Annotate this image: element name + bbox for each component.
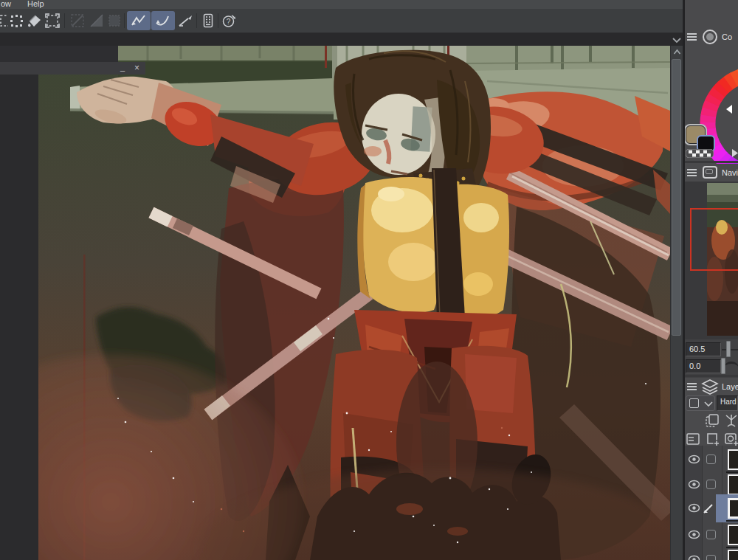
- zoom-slider-handle[interactable]: [726, 341, 731, 357]
- layer-thumbnail[interactable]: [728, 525, 738, 545]
- layer-property-button[interactable]: [686, 431, 702, 447]
- duplicate-layer-button[interactable]: [704, 412, 720, 429]
- layer-thumbnail[interactable]: [728, 474, 738, 495]
- panel-gap: [685, 375, 738, 377]
- fill-bucket-icon: [26, 12, 44, 30]
- layer-row[interactable]: [685, 472, 738, 497]
- close-button[interactable]: ×: [134, 63, 139, 73]
- layer-visibility-eye-icon[interactable]: [688, 503, 700, 513]
- navigator-viewport[interactable]: [685, 182, 738, 339]
- menu-item-help[interactable]: Help: [27, 0, 44, 8]
- tool-polyline[interactable]: [127, 11, 151, 30]
- navigator-panel-icon: [703, 166, 717, 179]
- layer-row[interactable]: [685, 522, 738, 547]
- polyline-icon: [129, 12, 148, 30]
- navigator-view-rect[interactable]: [690, 208, 738, 271]
- tool-shape-fill-disabled[interactable]: [87, 11, 106, 30]
- layers-panel-header: Laye: [685, 378, 738, 395]
- application-window: ow Help: [0, 0, 738, 560]
- tool-subtool-panel[interactable]: [199, 11, 218, 30]
- layer-checkbox[interactable]: [706, 480, 716, 489]
- toolbar-separator: [64, 13, 65, 28]
- curve-icon: [154, 12, 173, 30]
- svg-text:?: ?: [227, 18, 231, 26]
- navigator-panel-title: Navi: [722, 168, 738, 177]
- color-panel-title: Co: [722, 32, 732, 41]
- navigator-rotation-field[interactable]: 0.0: [686, 359, 721, 373]
- layers-panel-menu-icon[interactable]: [687, 381, 697, 390]
- tool-help[interactable]: ?: [219, 11, 238, 30]
- transparent-color-button[interactable]: [686, 149, 714, 158]
- color-wheel-panel-icon: [703, 30, 717, 44]
- layers-panel-title: Laye: [722, 382, 738, 391]
- layer-checkbox[interactable]: [706, 530, 716, 539]
- collapse-chevron-icon[interactable]: [672, 36, 682, 44]
- toolbar-separator: [218, 13, 218, 28]
- menu-bar: ow Help: [0, 0, 738, 9]
- help-icon: ?: [220, 12, 238, 30]
- layer-thumbnail[interactable]: [728, 550, 738, 560]
- tool-fill[interactable]: [25, 11, 44, 30]
- navigator-panel-header: Navi: [685, 164, 738, 182]
- layer-list: [685, 446, 738, 560]
- layers-panel-icon: [701, 378, 719, 395]
- layer-visibility-eye-icon[interactable]: [688, 530, 700, 539]
- tool-curve[interactable]: [151, 11, 175, 30]
- toolbar: ?: [0, 9, 738, 33]
- layer-visibility-eye-icon[interactable]: [688, 555, 700, 560]
- scroll-up-icon[interactable]: [673, 49, 681, 55]
- canvas-artwork[interactable]: [38, 46, 670, 560]
- right-dock: Co Navi: [685, 0, 738, 560]
- toolbar-separator: [196, 13, 197, 28]
- layer-thumbnail[interactable]: [728, 498, 738, 519]
- layer-visibility-eye-icon[interactable]: [688, 480, 700, 489]
- color-panel-header: Co: [685, 28, 738, 46]
- tool-frame-crop[interactable]: [43, 11, 62, 30]
- pen-line-icon: [176, 12, 194, 30]
- frame-crop-icon: [44, 12, 61, 30]
- scrollbar-thumb[interactable]: [672, 59, 681, 336]
- tool-select-square-disabled[interactable]: [105, 11, 124, 30]
- transform-tool-button[interactable]: [723, 412, 738, 429]
- layer-edit-pen-icon: [703, 502, 716, 515]
- navigator-controls: 60.5 0.0: [685, 339, 738, 378]
- tool-select-area[interactable]: [7, 11, 26, 30]
- rotation-slider-handle[interactable]: [721, 358, 725, 374]
- floating-palette-titlebar[interactable]: _ ×: [0, 62, 145, 75]
- layer-row-divider: [726, 520, 738, 522]
- layer-row[interactable]: [685, 496, 738, 521]
- subtool-panel-icon: [199, 12, 217, 30]
- tool-pen-line[interactable]: [176, 11, 195, 30]
- navigator-panel-menu-icon[interactable]: [687, 167, 697, 176]
- panel-gap: [685, 161, 738, 163]
- layer-checkbox[interactable]: [706, 555, 716, 560]
- navigator-zoom-field[interactable]: 60.5: [686, 342, 721, 356]
- toolbar-separator: [124, 13, 125, 28]
- layer-visibility-eye-icon[interactable]: [688, 454, 700, 464]
- wheel-marker-icon: [726, 105, 734, 114]
- layer-row[interactable]: [685, 547, 738, 560]
- select-area-icon: [7, 12, 25, 30]
- color-panel-menu-icon[interactable]: [687, 32, 697, 41]
- blend-mode-value[interactable]: Hard l: [717, 395, 738, 411]
- layer-thumbnail[interactable]: [728, 449, 738, 470]
- floating-palette-body: [0, 46, 118, 62]
- color-panel-expand-icon[interactable]: [731, 149, 738, 157]
- layer-row[interactable]: [685, 447, 738, 472]
- blend-mode-combo[interactable]: [686, 395, 715, 411]
- tool-line-disabled[interactable]: [68, 11, 87, 30]
- layer-checkbox[interactable]: [706, 454, 716, 464]
- menu-item-window-partial[interactable]: ow: [1, 0, 11, 8]
- minimize-button[interactable]: _: [120, 63, 125, 72]
- canvas-top-strip: [0, 33, 683, 46]
